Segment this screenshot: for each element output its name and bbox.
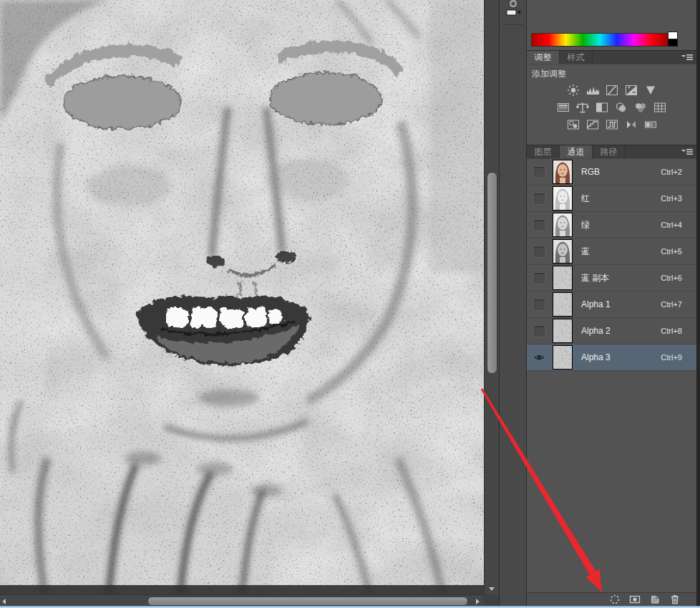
window-edge: [696, 0, 700, 606]
channel-row-alpha-2[interactable]: Alpha 2Ctrl+8: [527, 318, 696, 344]
panel-column: 调整样式 添加调整 图层通道路径 RGBCtrl+2红Ctrl+3绿Ctrl+4…: [527, 0, 696, 606]
tab-paths[interactable]: 路径: [593, 145, 626, 158]
adjustment-color-lookup-button[interactable]: [652, 100, 668, 115]
channel-name: 蓝: [581, 246, 590, 258]
canvas-artwork: [0, 0, 484, 594]
save-selection-as-channel-icon: [629, 594, 641, 605]
delete-channel-button[interactable]: [669, 594, 681, 605]
channel-name: Alpha 2: [581, 326, 611, 336]
channel-mixer-icon: [633, 101, 648, 114]
color-lookup-icon: [653, 101, 667, 114]
channel-thumbnail: [553, 345, 573, 370]
invert-icon: [566, 118, 580, 131]
visibility-toggle[interactable]: [533, 219, 545, 231]
selective-color-icon: [624, 118, 638, 131]
channel-row-green[interactable]: 绿Ctrl+4: [527, 212, 696, 238]
scroll-down-arrow-icon[interactable]: [489, 587, 495, 591]
levels-icon: [585, 84, 600, 97]
channel-shortcut: Ctrl+3: [661, 194, 682, 203]
channel-name: 绿: [581, 219, 590, 231]
adjustment-hue-saturation-button[interactable]: [555, 100, 571, 115]
black-white-icon: [595, 101, 609, 114]
scroll-right-arrow-icon[interactable]: [476, 599, 480, 604]
save-selection-as-channel-button[interactable]: [629, 594, 641, 605]
gradient-map-icon: [643, 118, 658, 131]
tab-adjustments[interactable]: 调整: [527, 51, 560, 64]
color-spectrum-ramp[interactable]: [531, 33, 669, 47]
adjustment-icon-grid: [527, 83, 696, 132]
visibility-toggle[interactable]: [533, 352, 545, 364]
panel-menu-icon[interactable]: [681, 148, 693, 155]
vertical-scrollbar-thumb[interactable]: [487, 172, 497, 374]
adjustment-channel-mixer-button[interactable]: [633, 100, 648, 115]
adjustment-threshold-button[interactable]: [604, 117, 620, 132]
adjustments-panel: 调整样式 添加调整: [527, 50, 696, 145]
channel-row-rgb[interactable]: RGBCtrl+2: [527, 159, 696, 185]
exposure-icon: [624, 84, 638, 97]
create-new-channel-icon: [649, 594, 661, 605]
channel-shortcut: Ctrl+7: [661, 300, 682, 309]
tab-layers[interactable]: 图层: [527, 145, 560, 158]
photoshop-window: 调整样式 添加调整 图层通道路径 RGBCtrl+2红Ctrl+3绿Ctrl+4…: [0, 0, 700, 608]
visibility-toggle[interactable]: [533, 166, 545, 178]
adjustment-selective-color-button[interactable]: [623, 117, 639, 132]
vibrance-icon: [643, 84, 658, 97]
adjustment-levels-button[interactable]: [585, 83, 601, 97]
vertical-scrollbar[interactable]: [484, 0, 500, 594]
tab-styles[interactable]: 样式: [560, 51, 593, 64]
load-channel-as-selection-button[interactable]: [609, 594, 621, 605]
channel-row-red[interactable]: 红Ctrl+3: [527, 185, 696, 212]
adjustment-invert-button[interactable]: [565, 117, 581, 132]
tab-channels[interactable]: 通道: [560, 145, 593, 158]
adjustment-color-balance-button[interactable]: [575, 100, 590, 115]
channel-shortcut: Ctrl+2: [661, 168, 682, 176]
brightness-contrast-icon: [566, 84, 580, 97]
channels-panel: 图层通道路径 RGBCtrl+2红Ctrl+3绿Ctrl+4蓝Ctrl+5蓝 副…: [527, 145, 696, 606]
collapsed-panel-dock: [499, 0, 527, 606]
channel-shortcut: Ctrl+8: [661, 327, 682, 335]
delete-channel-icon: [669, 594, 681, 605]
channel-row-alpha-3[interactable]: Alpha 3Ctrl+9: [527, 344, 696, 371]
create-new-channel-button[interactable]: [649, 594, 661, 605]
adjustment-vibrance-button[interactable]: [643, 83, 658, 97]
channel-thumbnail: [553, 213, 573, 237]
panel-menu-icon[interactable]: [681, 54, 693, 61]
adjustments-tabbar: 调整样式: [527, 50, 696, 64]
channel-row-blue-copy[interactable]: 蓝 副本Ctrl+6: [527, 265, 696, 291]
posterize-icon: [585, 118, 600, 131]
horizontal-scrollbar[interactable]: [0, 594, 484, 607]
threshold-icon: [605, 118, 619, 131]
visibility-toggle[interactable]: [533, 246, 545, 258]
collapsed-panel-icon[interactable]: [503, 0, 523, 25]
visibility-toggle[interactable]: [533, 325, 545, 337]
channel-name: 蓝 副本: [581, 272, 609, 284]
channel-row-alpha-1[interactable]: Alpha 1Ctrl+7: [527, 291, 696, 318]
adjustment-brightness-contrast-button[interactable]: [565, 83, 581, 97]
adjustment-gradient-map-button[interactable]: [643, 117, 658, 132]
color-panel: [527, 0, 696, 50]
channel-name: 红: [581, 193, 590, 205]
visibility-toggle[interactable]: [533, 299, 545, 311]
adjustment-photo-filter-button[interactable]: [613, 100, 629, 115]
adjustment-black-white-button[interactable]: [594, 100, 610, 115]
channel-row-blue[interactable]: 蓝Ctrl+5: [527, 238, 696, 265]
channel-name: RGB: [581, 167, 600, 177]
document-canvas[interactable]: [0, 0, 484, 594]
black-swatch[interactable]: [668, 39, 678, 47]
channel-thumbnail: [553, 160, 573, 184]
adjustment-posterize-button[interactable]: [585, 117, 601, 132]
channel-thumbnail: [553, 266, 573, 290]
hue-saturation-icon: [556, 101, 570, 114]
channel-thumbnail: [553, 186, 573, 211]
visibility-toggle[interactable]: [533, 193, 545, 205]
visibility-toggle[interactable]: [533, 272, 545, 284]
adjustment-curves-button[interactable]: [604, 83, 620, 97]
adjustment-exposure-button[interactable]: [623, 83, 639, 97]
channel-shortcut: Ctrl+4: [661, 221, 682, 229]
channel-shortcut: Ctrl+9: [661, 353, 682, 362]
channels-footer-bar: [527, 592, 696, 606]
scroll-left-arrow-icon[interactable]: [2, 599, 6, 604]
channel-thumbnail: [553, 292, 573, 317]
horizontal-scrollbar-thumb[interactable]: [147, 597, 468, 606]
photo-filter-icon: [614, 101, 628, 114]
